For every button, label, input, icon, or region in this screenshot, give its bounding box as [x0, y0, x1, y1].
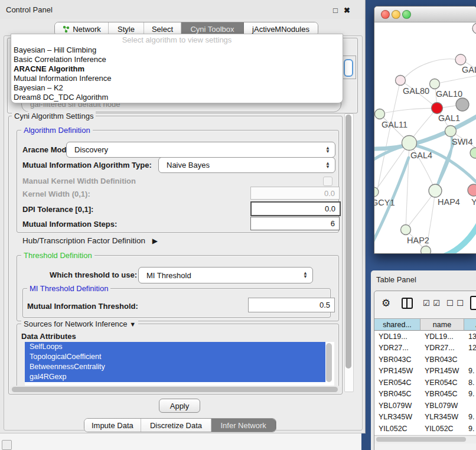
aracne-mode-select[interactable]: Discovery ▲▼: [66, 142, 335, 158]
node-label: GAL80: [403, 86, 429, 96]
minimize-traffic-light[interactable]: [392, 10, 400, 19]
tab-discretize-data[interactable]: Discretize Data: [141, 419, 212, 432]
table-row[interactable]: YLR345WYLR345W9.: [374, 412, 476, 423]
network-node-gal4[interactable]: [402, 136, 417, 151]
network-node[interactable]: [470, 148, 476, 158]
collapsed-arrow-icon: ▶: [152, 237, 158, 245]
node-label: GAL11: [382, 120, 407, 129]
which-threshold-select[interactable]: MI Threshold ▲▼: [138, 267, 313, 283]
network-node-gal11[interactable]: [375, 109, 385, 119]
algorithm-option[interactable]: Mutual Information Inference: [11, 74, 343, 83]
table-cell: YBR043C: [420, 356, 464, 364]
which-threshold-value: MI Threshold: [139, 271, 301, 280]
network-node-y[interactable]: [468, 184, 476, 196]
manual-kernel-checkbox[interactable]: [323, 177, 332, 186]
table-row[interactable]: YBL079WYBL079W: [374, 400, 476, 412]
network-node-gal[interactable]: [455, 54, 466, 65]
network-window-titlebar[interactable]: [374, 6, 476, 22]
table-cell: 9.: [464, 367, 476, 375]
network-node-gal80[interactable]: [396, 76, 406, 86]
hub-definition-label: Hub/Transcription Factor Definition: [22, 236, 145, 245]
network-node[interactable]: [456, 98, 469, 111]
apply-button[interactable]: Apply: [159, 399, 200, 413]
column-header-shared-name[interactable]: shared...: [374, 318, 420, 331]
algorithm-option[interactable]: Bayesian – K2: [11, 83, 343, 93]
close-icon[interactable]: ✖: [344, 6, 350, 15]
network-node-swi4[interactable]: [445, 126, 457, 137]
spinner-icon: ▲▼: [324, 162, 332, 169]
table-row[interactable]: YBR043CYBR043C: [374, 354, 476, 366]
attributes-scrollbar-thumb[interactable]: [326, 343, 332, 382]
data-attribute-item[interactable]: gal4RGexp: [25, 372, 325, 382]
algorithm-option[interactable]: Bayesian – Hill Climbing: [11, 45, 343, 55]
zoom-traffic-light[interactable]: [402, 10, 411, 19]
algorithm-definition-title: Algorithm Definition: [21, 126, 93, 135]
table-row[interactable]: YIL052CYIL052C9.: [374, 423, 476, 435]
mi-type-value: Naive Bayes: [159, 161, 324, 169]
table-panel-dock: Table Panel ⚙ ☑ ☑ ☐ ☐ shared... name A Y…: [371, 270, 476, 450]
mi-steps-field[interactable]: 6: [250, 217, 340, 230]
close-traffic-light[interactable]: [381, 10, 390, 19]
algorithm-option[interactable]: Basic Correlation Inference: [11, 55, 343, 64]
mi-type-select[interactable]: Naive Bayes ▲▼: [158, 157, 335, 173]
column-header-partial[interactable]: A: [464, 318, 476, 331]
network-node-gcy1[interactable]: [374, 187, 379, 197]
tab-label: Infer Network: [221, 421, 266, 430]
combo-spinner-focus[interactable]: [344, 59, 353, 77]
table-row[interactable]: YPR145WYPR145W9.: [374, 366, 476, 377]
expanded-arrow-icon: ▼: [129, 321, 136, 328]
kernel-width-field[interactable]: 0.0: [250, 187, 340, 200]
node-label: SWI4: [452, 137, 472, 146]
data-attribute-item[interactable]: SelfLoops: [25, 342, 325, 352]
table-cell: YPR145W: [374, 367, 420, 375]
data-attribute-item[interactable]: TopologicalCoefficient: [25, 352, 325, 362]
data-attributes-list: SelfLoopsTopologicalCoefficientBetweenne…: [25, 342, 334, 386]
export-table-icon[interactable]: [470, 296, 476, 310]
data-attribute-item[interactable]: BetweennessCentrality: [25, 362, 325, 372]
algorithm-option[interactable]: Dream8 DC_TDC Algorithm: [11, 93, 343, 102]
table-cell: YPR145W: [420, 367, 464, 375]
columns-icon[interactable]: [402, 298, 413, 309]
node-label: HAP4: [438, 197, 460, 207]
control-panel-titlebar: Control Panel □ ✖: [0, 0, 365, 19]
select-all-checkboxes-icon[interactable]: ☑ ☑: [423, 299, 441, 308]
tab-label: Network: [73, 25, 101, 34]
network-node-hap4[interactable]: [429, 184, 442, 197]
float-icon[interactable]: □: [333, 6, 338, 15]
network-node[interactable]: [472, 23, 476, 34]
tab-infer-network[interactable]: Infer Network: [211, 419, 276, 432]
settings-hscrollbar-thumb[interactable]: [12, 387, 338, 392]
column-header-name[interactable]: name: [420, 318, 464, 331]
network-node[interactable]: [421, 246, 431, 254]
clear-all-checkboxes-icon[interactable]: ☐ ☐: [446, 299, 464, 308]
table-hscrollbar-track[interactable]: [374, 435, 476, 444]
algorithm-option[interactable]: ARACNE Algorithm: [11, 64, 343, 74]
sources-title-label: Sources for Network Inference: [24, 319, 128, 328]
bottom-tab-bar: Impute Data Discretize Data Infer Networ…: [84, 418, 276, 432]
tab-label: Impute Data: [92, 421, 133, 430]
settings-scrollbar-thumb[interactable]: [345, 115, 351, 369]
table-cell: YER054C: [420, 379, 464, 387]
mi-threshold-field[interactable]: 0.5: [248, 298, 335, 312]
network-view-window: GALGAL80GAL10GAL1GAL11SWI4GAL4GCY1HAP4YH…: [374, 6, 476, 254]
table-row[interactable]: YDL19...YDL19...13: [374, 331, 476, 343]
network-canvas[interactable]: GALGAL80GAL10GAL1GAL11SWI4GAL4GCY1HAP4YH…: [374, 22, 476, 253]
table-cell: YIL052C: [420, 425, 464, 433]
table-row[interactable]: YBR045CYBR045C9.: [374, 389, 476, 400]
network-node-gal1[interactable]: [432, 103, 443, 114]
minimized-window-icon[interactable]: [2, 440, 12, 450]
hub-definition-toggle[interactable]: Hub/Transcription Factor Definition ▶: [22, 236, 158, 245]
network-node-gal10[interactable]: [430, 79, 440, 89]
tab-label: jActiveMNodules: [252, 25, 309, 34]
network-node-hap2[interactable]: [401, 225, 411, 235]
dpi-tolerance-field[interactable]: 0.0: [250, 201, 341, 216]
table-cell: YBL079W: [374, 402, 420, 410]
table-hscrollbar-thumb[interactable]: [376, 437, 466, 442]
table-cell: YDL19...: [374, 332, 420, 341]
gear-icon[interactable]: ⚙: [382, 297, 390, 309]
sources-group-title[interactable]: Sources for Network Inference ▼: [21, 319, 138, 328]
table-row[interactable]: YER054CYER054C8.: [374, 377, 476, 389]
network-icon: [62, 25, 70, 33]
table-row[interactable]: YDR27...YDR27...12: [374, 343, 476, 354]
tab-impute-data[interactable]: Impute Data: [84, 419, 141, 432]
